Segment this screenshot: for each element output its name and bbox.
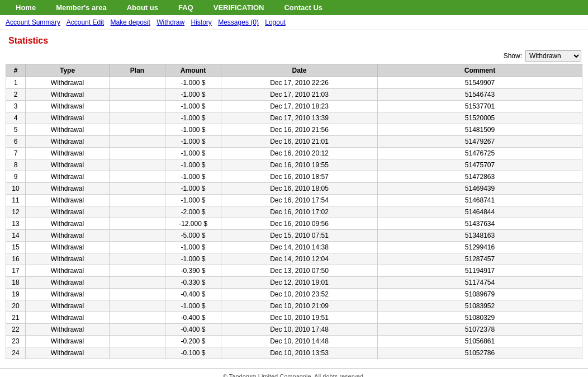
- cell-date: Dec 17, 2010 18:23: [221, 101, 378, 112]
- subnav-logout[interactable]: Logout: [265, 18, 286, 26]
- table-row: 6Withdrawal-1.000 $Dec 16, 2010 21:01514…: [6, 136, 582, 148]
- cell-num: 12: [6, 206, 26, 218]
- table-row: 5Withdrawal-1.000 $Dec 16, 2010 21:56514…: [6, 124, 582, 136]
- cell-comment: 51194917: [378, 265, 582, 277]
- col-header-num: #: [6, 64, 26, 77]
- cell-date: Dec 16, 2010 17:54: [221, 195, 378, 206]
- cell-amount: -1.000 $: [165, 195, 221, 206]
- cell-plan: [110, 171, 165, 183]
- cell-comment: 51083952: [378, 300, 582, 312]
- cell-num: 23: [6, 336, 26, 347]
- cell-plan: [110, 324, 165, 336]
- cell-comment: 51437634: [378, 218, 582, 230]
- sub-navigation: Account Summary Account Edit Make deposi…: [0, 15, 588, 30]
- cell-type: Withdrawal: [26, 300, 110, 312]
- nav-verification[interactable]: VERIFICATION: [203, 0, 274, 15]
- cell-type: Withdrawal: [26, 242, 110, 253]
- cell-amount: -1.000 $: [165, 124, 221, 136]
- cell-amount: -0.400 $: [165, 289, 221, 300]
- cell-plan: [110, 230, 165, 242]
- cell-comment: 51479267: [378, 136, 582, 148]
- cell-comment: 51089679: [378, 289, 582, 300]
- cell-comment: 51299416: [378, 242, 582, 253]
- cell-num: 6: [6, 136, 26, 148]
- nav-about-us[interactable]: About us: [117, 0, 168, 15]
- subnav-account-edit[interactable]: Account Edit: [67, 18, 104, 26]
- cell-date: Dec 12, 2010 19:01: [221, 277, 378, 289]
- table-row: 15Withdrawal-1.000 $Dec 14, 2010 14:3851…: [6, 242, 582, 253]
- cell-plan: [110, 195, 165, 206]
- table-row: 3Withdrawal-1.000 $Dec 17, 2010 18:23515…: [6, 101, 582, 112]
- footer: © Tandorum Limited Compagnie. All rights…: [0, 368, 588, 377]
- cell-date: Dec 16, 2010 17:02: [221, 206, 378, 218]
- cell-date: Dec 16, 2010 21:01: [221, 136, 378, 148]
- cell-plan: [110, 336, 165, 347]
- cell-type: Withdrawal: [26, 195, 110, 206]
- cell-num: 22: [6, 324, 26, 336]
- nav-faq[interactable]: FAQ: [168, 0, 203, 15]
- cell-amount: -1.000 $: [165, 148, 221, 159]
- table-header-row: # Type Plan Amount Date Comment: [6, 64, 582, 77]
- table-row: 23Withdrawal-0.200 $Dec 10, 2010 14:4851…: [6, 336, 582, 347]
- cell-type: Withdrawal: [26, 124, 110, 136]
- cell-amount: -1.000 $: [165, 101, 221, 112]
- cell-type: Withdrawal: [26, 312, 110, 324]
- top-navigation: Home Member's area About us FAQ VERIFICA…: [0, 0, 588, 15]
- table-row: 10Withdrawal-1.000 $Dec 16, 2010 18:0551…: [6, 183, 582, 195]
- col-header-plan: Plan: [110, 64, 165, 77]
- cell-amount: -1.000 $: [165, 77, 221, 89]
- cell-plan: [110, 159, 165, 171]
- cell-comment: 51052786: [378, 347, 582, 359]
- cell-comment: 51481509: [378, 124, 582, 136]
- cell-num: 14: [6, 230, 26, 242]
- subnav-make-deposit[interactable]: Make deposit: [110, 18, 150, 26]
- show-select[interactable]: All Deposits Withdrawn Referrals: [525, 50, 581, 62]
- cell-amount: -2.000 $: [165, 206, 221, 218]
- cell-plan: [110, 218, 165, 230]
- cell-comment: 51537701: [378, 101, 582, 112]
- nav-members-area[interactable]: Member's area: [46, 0, 117, 15]
- page-title: Statistics: [0, 30, 588, 50]
- cell-amount: -0.390 $: [165, 265, 221, 277]
- subnav-history[interactable]: History: [191, 18, 212, 26]
- col-header-type: Type: [26, 64, 110, 77]
- cell-comment: 51348163: [378, 230, 582, 242]
- nav-home[interactable]: Home: [6, 0, 46, 15]
- cell-type: Withdrawal: [26, 206, 110, 218]
- cell-plan: [110, 347, 165, 359]
- cell-plan: [110, 300, 165, 312]
- cell-type: Withdrawal: [26, 148, 110, 159]
- cell-type: Withdrawal: [26, 347, 110, 359]
- cell-type: Withdrawal: [26, 183, 110, 195]
- cell-type: Withdrawal: [26, 265, 110, 277]
- cell-comment: 51080329: [378, 312, 582, 324]
- table-row: 22Withdrawal-0.400 $Dec 10, 2010 17:4851…: [6, 324, 582, 336]
- subnav-account-summary[interactable]: Account Summary: [6, 18, 60, 26]
- cell-date: Dec 16, 2010 18:57: [221, 171, 378, 183]
- nav-contact-us[interactable]: Contact Us: [274, 0, 333, 15]
- table-row: 21Withdrawal-0.400 $Dec 10, 2010 19:5151…: [6, 312, 582, 324]
- cell-comment: 51072378: [378, 324, 582, 336]
- subnav-withdraw[interactable]: Withdraw: [157, 18, 184, 26]
- subnav-messages[interactable]: Messages (0): [218, 18, 259, 26]
- cell-type: Withdrawal: [26, 230, 110, 242]
- cell-date: Dec 10, 2010 17:48: [221, 324, 378, 336]
- cell-num: 15: [6, 242, 26, 253]
- cell-comment: 51287457: [378, 253, 582, 265]
- cell-amount: -5.000 $: [165, 230, 221, 242]
- cell-num: 5: [6, 124, 26, 136]
- cell-type: Withdrawal: [26, 289, 110, 300]
- cell-type: Withdrawal: [26, 324, 110, 336]
- cell-date: Dec 10, 2010 19:51: [221, 312, 378, 324]
- show-filter-row: Show: All Deposits Withdrawn Referrals: [6, 50, 582, 62]
- table-row: 11Withdrawal-1.000 $Dec 16, 2010 17:5451…: [6, 195, 582, 206]
- statistics-table: # Type Plan Amount Date Comment 1Withdra…: [6, 64, 582, 359]
- cell-date: Dec 17, 2010 21:03: [221, 89, 378, 101]
- cell-date: Dec 16, 2010 19:55: [221, 159, 378, 171]
- cell-date: Dec 10, 2010 14:48: [221, 336, 378, 347]
- cell-plan: [110, 242, 165, 253]
- cell-num: 21: [6, 312, 26, 324]
- table-row: 24Withdrawal-0.100 $Dec 10, 2010 13:5351…: [6, 347, 582, 359]
- cell-amount: -1.000 $: [165, 159, 221, 171]
- cell-plan: [110, 148, 165, 159]
